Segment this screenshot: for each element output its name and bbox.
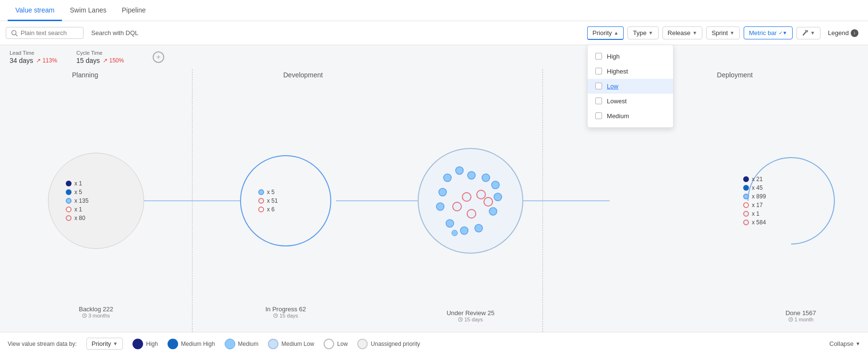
done-label: Done 1567 1 month <box>767 309 834 322</box>
deployment-header: Deployment <box>717 71 753 79</box>
metric-bar-btn[interactable]: Metric bar ✓▼ <box>744 26 793 39</box>
view-by-label: View value stream data by: <box>8 341 77 347</box>
legend-low-label: Low <box>337 341 348 347</box>
legend-label: Legend <box>828 29 849 37</box>
priority-option-lowest[interactable]: Lowest <box>588 94 673 109</box>
planning-dot-icon-5 <box>66 215 72 221</box>
connector-3 <box>514 200 610 201</box>
svg-point-23 <box>453 202 461 211</box>
legend-dot-unassigned <box>357 339 368 349</box>
add-stage-button[interactable]: + <box>153 51 164 63</box>
priority-filter-btn[interactable]: Priority ▲ <box>587 26 624 40</box>
svg-point-14 <box>494 193 502 201</box>
planning-label: Backlog 222 3 months <box>67 306 125 318</box>
planning-dot-icon-4 <box>66 207 72 212</box>
planning-dot-3: x 135 <box>66 197 88 204</box>
legend-btn[interactable]: Legend i <box>824 27 862 39</box>
cycle-time-metric: Cycle Time 15 days ↗ 150% <box>76 50 124 64</box>
planning-dot-4: x 1 <box>66 206 82 213</box>
svg-point-19 <box>460 227 468 234</box>
clock-icon-ip <box>273 313 278 318</box>
legend-med-low-label: Medium Low <box>281 341 314 347</box>
metrics-row: Lead Time 34 days ↗ 113% Cycle Time 15 d… <box>0 45 868 69</box>
ip-dot-1: x 5 <box>258 189 275 196</box>
priority-option-highest[interactable]: Highest <box>588 64 673 79</box>
priority-medium-checkbox[interactable] <box>595 112 602 119</box>
tab-value-stream[interactable]: Value stream <box>8 0 62 21</box>
wrench-icon <box>802 30 808 37</box>
under-review-dots-svg <box>419 149 524 255</box>
done-dot-1: x 21 <box>743 176 766 183</box>
under-review-circle[interactable] <box>418 148 523 254</box>
svg-point-17 <box>436 203 444 210</box>
priority-highest-label: Highest <box>607 68 628 75</box>
priority-high-label: High <box>607 53 620 60</box>
planning-dot-icon-3 <box>66 198 72 204</box>
priority-option-high[interactable]: High <box>588 49 673 64</box>
legend-med-label: Medium <box>238 341 259 347</box>
view-by-select[interactable]: Priority ▼ <box>86 338 123 350</box>
legend-dot-high <box>133 339 143 349</box>
priority-option-low[interactable]: Low <box>588 79 673 94</box>
svg-line-5 <box>84 316 85 316</box>
sprint-filter-btn[interactable]: Sprint ▼ <box>706 26 740 39</box>
collapse-button[interactable]: Collapse ▼ <box>830 340 861 347</box>
planning-dot-5: x 80 <box>66 215 85 221</box>
legend-med-low: Medium Low <box>268 339 314 349</box>
done-dot-6: x 584 <box>743 219 766 226</box>
svg-point-15 <box>489 208 497 215</box>
planning-sublabel: 3 months <box>67 313 125 318</box>
svg-point-16 <box>439 188 446 196</box>
sprint-caret-icon: ▼ <box>730 30 735 36</box>
vis-wrapper: Planning Development Deployment x 1 x 5 <box>10 69 858 332</box>
search-box[interactable] <box>6 27 84 39</box>
sprint-filter-label: Sprint <box>711 29 728 37</box>
done-dot-icon-4 <box>743 202 749 208</box>
svg-point-26 <box>452 230 458 236</box>
ip-dot-icon-1 <box>258 189 264 195</box>
planning-dot-1: x 1 <box>66 180 82 187</box>
priority-low-checkbox[interactable] <box>595 83 602 89</box>
priority-high-checkbox[interactable] <box>595 53 602 60</box>
priority-filter-label: Priority <box>592 29 612 37</box>
search-dql-label: Search with DQL <box>87 29 142 37</box>
collapse-chevron-icon: ▼ <box>856 341 860 346</box>
planning-dot-icon-2 <box>66 189 72 195</box>
in-progress-circle[interactable]: x 5 x 51 x 6 <box>240 155 331 246</box>
priority-lowest-checkbox[interactable] <box>595 98 602 104</box>
svg-point-9 <box>444 174 451 182</box>
priority-option-medium[interactable]: Medium <box>588 109 673 123</box>
legend-dot-med-high <box>168 339 178 349</box>
under-review-label: Under Review 25 15 days <box>434 309 506 322</box>
filter-bar: Search with DQL Priority ▲ High Highest … <box>0 21 868 45</box>
planning-circle[interactable]: x 1 x 5 x 135 x 1 x 80 <box>48 153 144 249</box>
ip-dot-icon-3 <box>258 207 264 212</box>
release-filter-btn[interactable]: Release ▼ <box>663 26 703 39</box>
priority-dropdown: High Highest Low Lowest Medium <box>587 45 674 128</box>
search-input[interactable] <box>21 29 78 37</box>
svg-point-21 <box>462 193 471 201</box>
under-review-sublabel: 15 days <box>434 317 506 322</box>
done-dot-3: x 899 <box>743 193 766 200</box>
svg-point-24 <box>467 209 476 218</box>
tab-pipeline[interactable]: Pipeline <box>114 0 154 21</box>
stream-area: Planning Development Deployment x 1 x 5 <box>0 69 868 332</box>
planning-dot-icon-1 <box>66 181 72 186</box>
lead-time-metric: Lead Time 34 days ↗ 113% <box>10 50 57 64</box>
legend-med: Medium <box>225 339 259 349</box>
planning-dot-2: x 5 <box>66 189 82 196</box>
svg-point-22 <box>477 190 485 199</box>
legend-high: High <box>133 339 158 349</box>
legend-info-icon: i <box>851 29 858 37</box>
release-caret-icon: ▼ <box>692 30 697 36</box>
planning-header: Planning <box>72 71 98 79</box>
wrench-btn[interactable]: ▼ <box>796 27 820 39</box>
lead-time-change: ↗ 113% <box>36 57 57 64</box>
tab-swim-lanes[interactable]: Swim Lanes <box>62 0 114 21</box>
type-filter-btn[interactable]: Type ▼ <box>627 26 658 39</box>
priority-highest-checkbox[interactable] <box>595 68 602 74</box>
lead-time-value: 34 days ↗ 113% <box>10 57 57 64</box>
cycle-time-value: 15 days ↗ 150% <box>76 57 124 64</box>
done-dot-icon-5 <box>743 211 749 217</box>
svg-point-13 <box>492 181 499 189</box>
